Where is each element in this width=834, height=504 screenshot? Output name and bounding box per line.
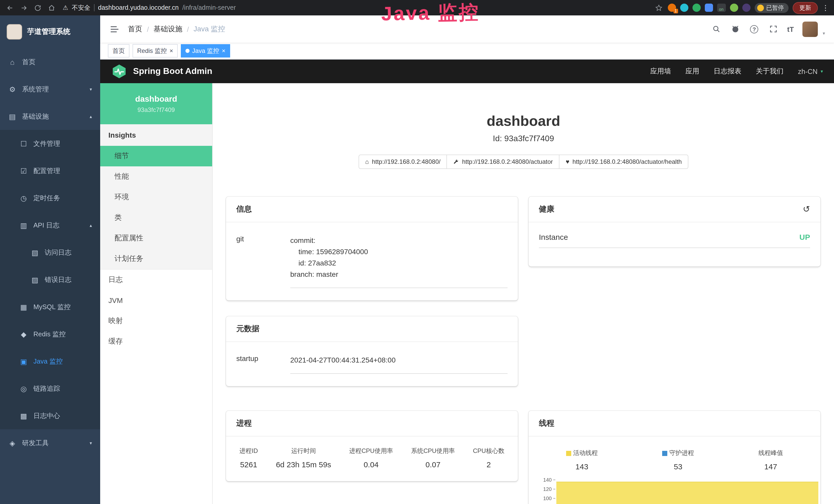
- mysql-icon: ▦: [20, 303, 28, 311]
- history-icon[interactable]: ↺: [803, 205, 810, 214]
- sba-nav-wallboard[interactable]: 应用墙: [650, 67, 671, 76]
- process-cpu: 进程CPU使用率 0.04: [349, 447, 393, 469]
- sidebar-item-error-log[interactable]: ▨ 错误日志: [0, 266, 100, 293]
- sidebar-item-java-monitor[interactable]: ▣ Java 监控: [0, 348, 100, 375]
- hamburger-icon[interactable]: [109, 24, 120, 34]
- sba-item-metrics[interactable]: 性能: [100, 166, 212, 187]
- chevron-up-icon: ▴: [90, 114, 92, 119]
- help-icon[interactable]: ?: [749, 24, 760, 34]
- sidebar-item-label: 基础设施: [22, 112, 49, 121]
- bookmark-star-icon[interactable]: [654, 3, 663, 12]
- sba-item-scheduled-tasks[interactable]: 计划任务: [100, 249, 212, 269]
- extension-icon-fox[interactable]: 1: [667, 4, 676, 12]
- java-monitor-icon: ▣: [20, 357, 28, 365]
- metadata-card-title: 元数据: [236, 324, 259, 334]
- browser-menu-icon[interactable]: ⋮: [822, 4, 829, 12]
- sidebar-item-system[interactable]: ⚙ 系统管理 ▾: [0, 75, 100, 103]
- chevron-down-icon: ▾: [90, 440, 92, 445]
- health-url-button[interactable]: ♥ http://192.168.0.2:48080/actuator/heal…: [559, 155, 688, 169]
- update-button[interactable]: 更新: [793, 2, 818, 14]
- font-size-icon[interactable]: tT: [787, 25, 794, 33]
- sidebar-item-label: 系统管理: [22, 85, 49, 94]
- extension-icon-drop[interactable]: [680, 4, 688, 12]
- threads-chart-yaxis: 140 120 100: [537, 477, 555, 504]
- sba-item-logs[interactable]: 日志: [100, 270, 212, 290]
- health-url: http://192.168.0.2:48080/actuator/health: [572, 158, 682, 165]
- legend-swatch-live: [566, 451, 571, 456]
- forward-icon[interactable]: [19, 3, 28, 12]
- extension-icon-on-badge[interactable]: on: [717, 4, 726, 12]
- extension-icon-purple[interactable]: [742, 4, 750, 12]
- sba-instance-header[interactable]: dashboard 93a3fc7f7409: [100, 83, 212, 124]
- breadcrumb-home[interactable]: 首页: [128, 24, 142, 33]
- sba-item-environment[interactable]: 环境: [100, 187, 212, 207]
- tab-java-monitor[interactable]: Java 监控 ×: [181, 44, 230, 58]
- metadata-card: 元数据 startup 2021-04-27T00:44:31.254+08:0…: [226, 316, 518, 386]
- sidebar-item-label: 日志中心: [34, 411, 60, 420]
- sidebar-item-label: Java 监控: [34, 357, 63, 366]
- tracing-icon: ◎: [20, 384, 28, 393]
- actuator-url-button[interactable]: http://192.168.0.2:48080/actuator: [447, 155, 560, 169]
- paused-badge[interactable]: 已暂停: [754, 3, 789, 13]
- back-icon[interactable]: [5, 3, 14, 12]
- sidebar-item-jobs[interactable]: ◷ 定时任务: [0, 184, 100, 211]
- breadcrumb-infra[interactable]: 基础设施: [154, 24, 182, 33]
- sidebar-item-mysql[interactable]: ▦ MySQL 监控: [0, 293, 100, 320]
- process-pid: 进程ID 5261: [239, 447, 258, 469]
- fullscreen-icon[interactable]: [768, 24, 778, 34]
- breadcrumb: 首页 / 基础设施 / Java 监控: [128, 24, 225, 33]
- git-commit-id: id: 27aa832: [290, 257, 507, 269]
- health-card-title: 健康: [539, 204, 554, 214]
- tab-redis-monitor[interactable]: Redis 监控 ×: [133, 44, 178, 58]
- extension-icon-grid[interactable]: [705, 4, 713, 12]
- sidebar-item-api-log[interactable]: ▥ API 日志 ▴: [0, 211, 100, 239]
- app-logo-row[interactable]: 芋道管理系统: [0, 16, 100, 48]
- close-icon[interactable]: ×: [170, 48, 173, 54]
- sidebar-item-infra[interactable]: ▤ 基础设施 ▴: [0, 103, 100, 130]
- extension-icon-green[interactable]: [692, 4, 700, 12]
- sba-item-classes[interactable]: 类: [100, 207, 212, 228]
- sba-item-caches[interactable]: 缓存: [100, 331, 212, 352]
- cpu-cores: CPU核心数 2: [473, 447, 504, 469]
- sidebar-item-label: 研发工具: [22, 438, 49, 448]
- user-avatar[interactable]: [803, 21, 818, 37]
- sba-nav-journal[interactable]: 日志报表: [714, 67, 741, 76]
- sidebar-item-config[interactable]: ☑ 配置管理: [0, 157, 100, 184]
- sba-language-select[interactable]: zh-CN ▾: [798, 68, 823, 75]
- sba-brand-title: Spring Boot Admin: [133, 66, 213, 76]
- sba-item-jvm[interactable]: JVM: [100, 290, 212, 311]
- sidebar-item-dev-tools[interactable]: ◈ 研发工具 ▾: [0, 429, 100, 457]
- sidebar-item-redis[interactable]: ◆ Redis 监控: [0, 320, 100, 348]
- avatar-caret-icon: ▾: [823, 30, 825, 37]
- home-icon[interactable]: [47, 3, 56, 12]
- search-icon[interactable]: [711, 24, 722, 34]
- threads-legend: 活动线程 143 守护进程 53: [529, 436, 820, 471]
- sidebar-item-log-center[interactable]: ▩ 日志中心: [0, 402, 100, 429]
- metadata-key: startup: [236, 354, 290, 374]
- sidebar-item-home[interactable]: ⌂ 首页: [0, 48, 100, 75]
- sba-item-config-props[interactable]: 配置属性: [100, 228, 212, 249]
- sidebar-item-access-log[interactable]: ▧ 访问日志: [0, 239, 100, 266]
- tab-home[interactable]: 首页: [108, 44, 129, 58]
- sba-nav-about[interactable]: 关于我们: [756, 67, 784, 76]
- spring-boot-admin-logo-icon: [111, 64, 127, 79]
- sba-header: Spring Boot Admin 应用墙 应用 日志报表 关于我们 zh-CN…: [100, 60, 834, 83]
- sidebar-item-files[interactable]: ☐ 文件管理: [0, 130, 100, 157]
- url-path: /infra/admin-server: [182, 4, 236, 11]
- active-dot-icon: [185, 49, 190, 53]
- extension-badge: 1: [674, 9, 678, 13]
- log-center-icon: ▩: [20, 412, 28, 420]
- sba-nav-applications[interactable]: 应用: [685, 67, 699, 76]
- address-bar[interactable]: ⚠ 不安全 dashboard.yudao.iocoder.cn/infra/a…: [63, 3, 650, 12]
- threads-chart: 140 120 100: [529, 477, 820, 504]
- close-icon[interactable]: ×: [222, 48, 225, 54]
- reload-icon[interactable]: [33, 3, 42, 12]
- error-log-icon: ▨: [31, 275, 39, 284]
- clock-icon: ◷: [20, 194, 28, 202]
- service-url-button[interactable]: ⌂ http://192.168.0.2:48080/: [358, 155, 447, 169]
- extension-icon-leaf[interactable]: [730, 4, 738, 12]
- sba-item-details[interactable]: 细节: [100, 146, 212, 166]
- sba-item-mappings[interactable]: 映射: [100, 311, 212, 331]
- sidebar-item-tracing[interactable]: ◎ 链路追踪: [0, 375, 100, 402]
- github-icon[interactable]: [730, 24, 741, 34]
